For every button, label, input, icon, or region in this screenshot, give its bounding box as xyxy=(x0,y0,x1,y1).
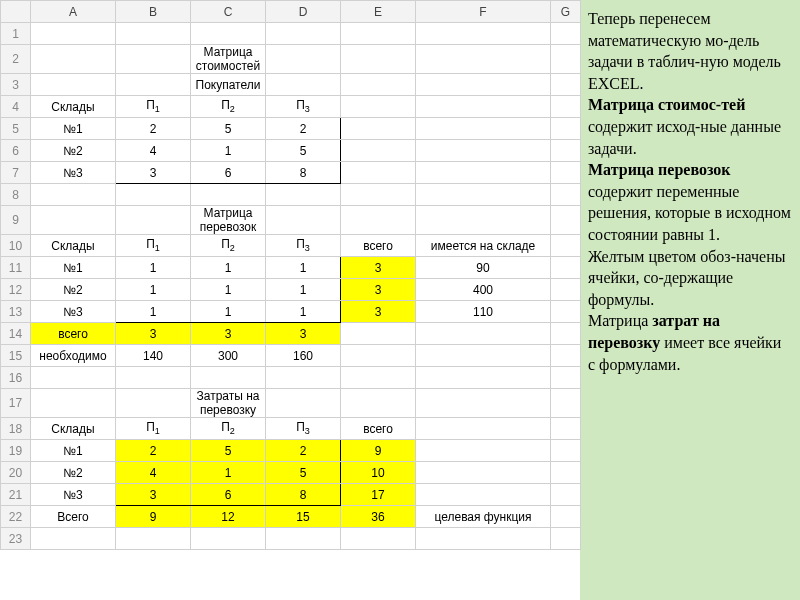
label-p3[interactable]: П3 xyxy=(266,235,341,257)
formula-cell[interactable]: 9 xyxy=(341,440,416,462)
row-header[interactable]: 7 xyxy=(1,162,31,184)
cell[interactable]: 2 xyxy=(266,118,341,140)
label-total[interactable]: всего xyxy=(31,323,116,345)
label-needed[interactable]: необходимо xyxy=(31,345,116,367)
row-header[interactable]: 20 xyxy=(1,462,31,484)
cell[interactable]: 1 xyxy=(191,301,266,323)
formula-cell-grand-total[interactable]: 36 xyxy=(341,506,416,528)
formula-cell[interactable]: 8 xyxy=(266,484,341,506)
formula-cell[interactable]: 3 xyxy=(341,301,416,323)
col-header[interactable]: B xyxy=(116,1,191,23)
formula-cell[interactable]: 4 xyxy=(116,462,191,484)
cell[interactable]: 110 xyxy=(416,301,551,323)
cell[interactable]: 8 xyxy=(266,162,341,184)
col-header[interactable]: A xyxy=(31,1,116,23)
row-header[interactable]: 22 xyxy=(1,506,31,528)
label-warehouses[interactable]: Склады xyxy=(31,235,116,257)
formula-cell[interactable]: 10 xyxy=(341,462,416,484)
cell[interactable]: 2 xyxy=(116,118,191,140)
row-header[interactable]: 19 xyxy=(1,440,31,462)
row-header[interactable]: 2 xyxy=(1,45,31,74)
title-transport-matrix[interactable]: Матрица перевозок xyxy=(191,206,266,235)
label-n3[interactable]: №3 xyxy=(31,484,116,506)
label-objective[interactable]: целевая функция xyxy=(416,506,551,528)
formula-cell[interactable]: 3 xyxy=(341,279,416,301)
spreadsheet-grid[interactable]: A B C D E F G 1 2Матрица стоимостей 3Пок… xyxy=(0,0,581,550)
formula-cell[interactable]: 3 xyxy=(191,323,266,345)
formula-cell[interactable]: 2 xyxy=(266,440,341,462)
label-p3[interactable]: П3 xyxy=(266,96,341,118)
cell[interactable]: 4 xyxy=(116,140,191,162)
cell[interactable]: 5 xyxy=(191,118,266,140)
cell[interactable]: 400 xyxy=(416,279,551,301)
label-p1[interactable]: П1 xyxy=(116,418,191,440)
row-header[interactable]: 12 xyxy=(1,279,31,301)
label-p2[interactable]: П2 xyxy=(191,418,266,440)
col-header[interactable]: G xyxy=(551,1,581,23)
label-total[interactable]: всего xyxy=(341,418,416,440)
row-header[interactable]: 15 xyxy=(1,345,31,367)
label-p2[interactable]: П2 xyxy=(191,235,266,257)
cell[interactable]: 1 xyxy=(116,301,191,323)
formula-cell[interactable]: 6 xyxy=(191,484,266,506)
row-header[interactable]: 9 xyxy=(1,206,31,235)
label-n1[interactable]: №1 xyxy=(31,257,116,279)
col-header[interactable]: C xyxy=(191,1,266,23)
formula-cell[interactable]: 3 xyxy=(116,323,191,345)
row-header[interactable]: 3 xyxy=(1,74,31,96)
cell[interactable]: 300 xyxy=(191,345,266,367)
formula-cell[interactable]: 9 xyxy=(116,506,191,528)
label-p3[interactable]: П3 xyxy=(266,418,341,440)
cell[interactable]: 1 xyxy=(266,301,341,323)
row-header[interactable]: 10 xyxy=(1,235,31,257)
formula-cell[interactable]: 5 xyxy=(266,462,341,484)
row-header[interactable]: 6 xyxy=(1,140,31,162)
label-n1[interactable]: №1 xyxy=(31,440,116,462)
cell[interactable]: 140 xyxy=(116,345,191,367)
cell[interactable]: 160 xyxy=(266,345,341,367)
label-total-cap[interactable]: Всего xyxy=(31,506,116,528)
cell[interactable]: 1 xyxy=(191,140,266,162)
cell[interactable]: 6 xyxy=(191,162,266,184)
title-cost-matrix[interactable]: Матрица стоимостей xyxy=(191,45,266,74)
row-header[interactable]: 17 xyxy=(1,389,31,418)
label-total[interactable]: всего xyxy=(341,235,416,257)
label-p2[interactable]: П2 xyxy=(191,96,266,118)
cell[interactable]: 1 xyxy=(266,257,341,279)
formula-cell[interactable]: 12 xyxy=(191,506,266,528)
title-expense-matrix[interactable]: Затраты на перевозку xyxy=(191,389,266,418)
row-header[interactable]: 8 xyxy=(1,184,31,206)
formula-cell[interactable]: 3 xyxy=(341,257,416,279)
formula-cell[interactable]: 2 xyxy=(116,440,191,462)
formula-cell[interactable]: 5 xyxy=(191,440,266,462)
row-header[interactable]: 5 xyxy=(1,118,31,140)
row-header[interactable]: 13 xyxy=(1,301,31,323)
col-header[interactable]: E xyxy=(341,1,416,23)
row-header[interactable]: 21 xyxy=(1,484,31,506)
cell[interactable]: 1 xyxy=(191,257,266,279)
label-in-stock[interactable]: имеется на складе xyxy=(416,235,551,257)
label-n3[interactable]: №3 xyxy=(31,301,116,323)
col-header[interactable]: F xyxy=(416,1,551,23)
cell[interactable]: 1 xyxy=(266,279,341,301)
label-n3[interactable]: №3 xyxy=(31,162,116,184)
col-header[interactable]: D xyxy=(266,1,341,23)
row-header[interactable]: 1 xyxy=(1,23,31,45)
row-header[interactable]: 16 xyxy=(1,367,31,389)
label-warehouses[interactable]: Склады xyxy=(31,418,116,440)
formula-cell[interactable]: 3 xyxy=(116,484,191,506)
formula-cell[interactable]: 3 xyxy=(266,323,341,345)
cell[interactable]: 1 xyxy=(191,279,266,301)
cell[interactable]: 1 xyxy=(116,257,191,279)
label-n1[interactable]: №1 xyxy=(31,118,116,140)
cell[interactable]: 1 xyxy=(116,279,191,301)
row-header[interactable]: 4 xyxy=(1,96,31,118)
formula-cell[interactable]: 17 xyxy=(341,484,416,506)
row-header[interactable]: 23 xyxy=(1,528,31,550)
row-header[interactable]: 11 xyxy=(1,257,31,279)
label-n2[interactable]: №2 xyxy=(31,462,116,484)
title-buyers[interactable]: Покупатели xyxy=(191,74,266,96)
cell[interactable]: 5 xyxy=(266,140,341,162)
label-p1[interactable]: П1 xyxy=(116,235,191,257)
label-n2[interactable]: №2 xyxy=(31,140,116,162)
